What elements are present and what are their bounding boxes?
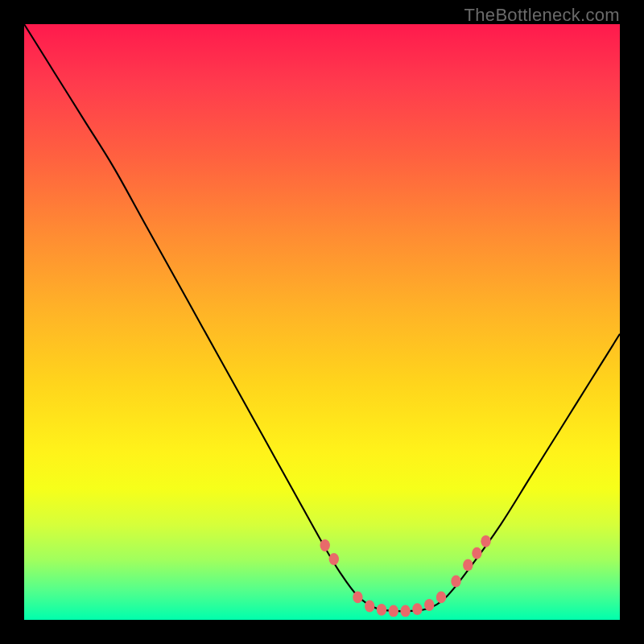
chart-frame: TheBottleneck.com (0, 0, 644, 644)
highlight-dot (365, 601, 374, 613)
highlight-dot (472, 547, 481, 559)
highlight-dot (377, 604, 386, 616)
bottleneck-curve (24, 24, 620, 611)
highlight-dot (463, 559, 473, 572)
highlight-dot (412, 603, 422, 615)
highlight-dot (329, 553, 339, 565)
highlight-dot (424, 599, 434, 611)
watermark-text: TheBottleneck.com (464, 5, 620, 26)
chart-svg (24, 24, 620, 620)
highlight-dots (320, 535, 491, 617)
highlight-dot (400, 605, 410, 617)
highlight-dot (389, 605, 398, 617)
highlight-dot (353, 591, 362, 603)
highlight-dot (320, 539, 330, 551)
highlight-dot (481, 535, 490, 547)
highlight-dot (451, 576, 460, 588)
highlight-dot (436, 591, 446, 603)
